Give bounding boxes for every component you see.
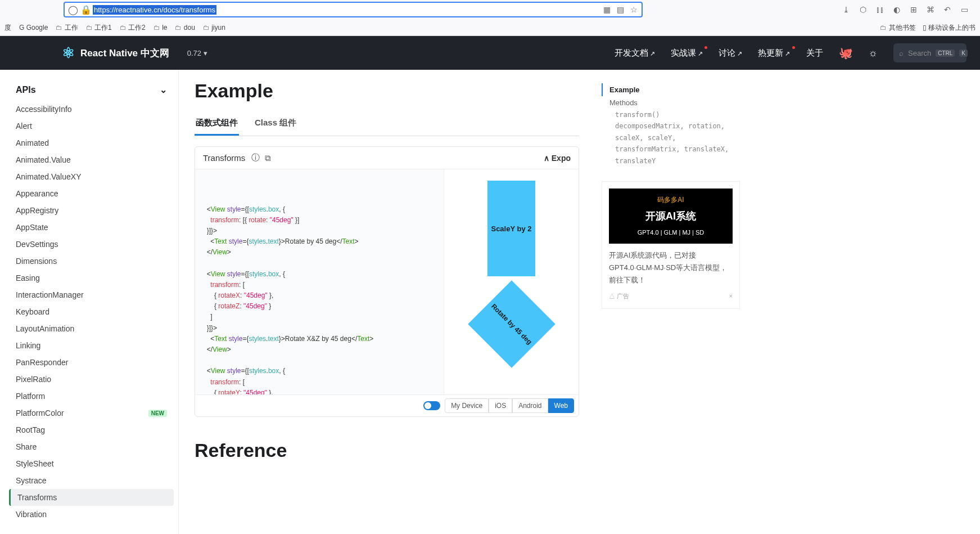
sidebar-item[interactable]: StyleSheet xyxy=(9,455,174,472)
brand-title: React Native 中文网 xyxy=(80,47,169,60)
sidebar-item[interactable]: Appearance xyxy=(9,185,174,202)
sidebar-item[interactable]: Keyboard xyxy=(9,303,174,320)
browser-chrome: ◯ 🔒 https://reactnative.cn/docs/transfor… xyxy=(0,0,980,36)
reader-icon[interactable]: ▤ xyxy=(616,5,625,14)
sidebar-item[interactable]: Animated xyxy=(9,134,174,151)
table-of-contents: ExampleMethodstransform()decomposedMatri… xyxy=(602,83,740,167)
tab-function-component[interactable]: 函数式组件 xyxy=(195,112,239,136)
sidebar-item[interactable]: Systrace xyxy=(9,472,174,489)
toc-item[interactable]: Example xyxy=(602,83,740,96)
expo-badge[interactable]: ∧ Expo xyxy=(544,154,571,163)
preview-toggle[interactable] xyxy=(423,401,440,410)
ad-label: △ 广告 xyxy=(609,291,629,302)
download-icon[interactable]: ⤓ xyxy=(842,5,851,14)
toc-item[interactable]: transform() xyxy=(602,109,740,120)
ext3-icon[interactable]: ⌘ xyxy=(926,5,935,14)
sidebar-item[interactable]: PanResponder xyxy=(9,354,174,371)
panel-footer: My Device iOS Android Web xyxy=(195,394,579,416)
sidebar-item[interactable]: PlatformColorNEW xyxy=(9,405,174,421)
brand[interactable]: ⚛ React Native 中文网 xyxy=(62,44,169,62)
top-nav: ⚛ React Native 中文网 0.72 ▾ 开发文档实战课讨论热更新关于… xyxy=(0,36,980,70)
bookmark-folder[interactable]: 工作 xyxy=(56,23,78,33)
preview-box-rotate: Rotate by 45 deg xyxy=(468,280,556,368)
nav-link[interactable]: 热更新 xyxy=(758,48,790,59)
open-external-icon[interactable]: ⧉ xyxy=(263,153,272,163)
ext4-icon[interactable]: ↶ xyxy=(943,5,952,14)
ad-image: 码多多AI 开源AI系统 GPT4.0 | GLM | MJ | SD xyxy=(609,189,733,244)
sidebar-item[interactable]: Platform xyxy=(9,388,174,405)
section-example-heading: Example xyxy=(195,80,579,102)
sidebar-item[interactable]: Dimensions xyxy=(9,253,174,270)
new-badge: NEW xyxy=(148,410,167,417)
nav-links: 开发文档实战课讨论热更新关于🐙☼⌕SearchCTRLK xyxy=(615,43,967,62)
bookmark-other[interactable]: 其他书签 xyxy=(880,23,915,33)
bookmark-folder[interactable]: le xyxy=(153,24,168,32)
main-content: Example 函数式组件 Class 组件 Transforms ⓘ ⧉ ∧ … xyxy=(179,70,595,534)
sidebar-item[interactable]: Animated.Value xyxy=(9,151,174,168)
section-reference-heading: Reference xyxy=(195,439,579,461)
sidebar-item[interactable]: DevSettings xyxy=(9,236,174,253)
sidebar-item[interactable]: PixelRatio xyxy=(9,371,174,388)
bookmark-item[interactable]: 度 xyxy=(4,23,11,33)
nav-link[interactable]: 关于 xyxy=(806,48,823,59)
tab-class-component[interactable]: Class 组件 xyxy=(254,112,297,136)
library-icon[interactable]: ⫿⫿ xyxy=(875,5,884,14)
lock-icon: 🔒 xyxy=(80,5,89,15)
info-icon[interactable]: ⓘ xyxy=(251,152,260,163)
pocket-icon[interactable]: ⬡ xyxy=(859,5,868,14)
right-column: ExampleMethodstransform()decomposedMatri… xyxy=(595,70,747,534)
bookmark-folder[interactable]: 工作2 xyxy=(120,23,146,33)
qr-icon[interactable]: ▦ xyxy=(602,5,611,14)
preview-box-scaley: ScaleY by 2 xyxy=(487,181,535,276)
tab-my-device[interactable]: My Device xyxy=(445,398,489,413)
panel-title: Transforms xyxy=(203,153,245,163)
react-logo-icon: ⚛ xyxy=(62,44,75,62)
ad-box[interactable]: 码多多AI 开源AI系统 GPT4.0 | GLM | MJ | SD 开源AI… xyxy=(602,181,740,309)
preview-pane: ScaleY by 2 Rotate by 45 deg xyxy=(444,169,579,394)
bookmark-folder[interactable]: dou xyxy=(175,24,195,32)
ad-text: 开源AI系统源代码，已对接GPT4.0·GLM·MJ·SD等大语言模型，前往下载… xyxy=(609,249,733,286)
nav-link[interactable]: 实战课 xyxy=(671,48,703,59)
sidebar-item[interactable]: Animated.ValueXY xyxy=(9,168,174,185)
component-tabs: 函数式组件 Class 组件 xyxy=(195,112,579,136)
sidebar-item[interactable]: Linking xyxy=(9,337,174,354)
sidebar-item[interactable]: RootTag xyxy=(9,421,174,438)
nav-link[interactable]: 讨论 xyxy=(719,48,742,59)
bookmark-item[interactable]: G Google xyxy=(19,24,48,32)
sidebar-item[interactable]: AppRegistry xyxy=(9,202,174,219)
bookmark-folder[interactable]: jiyun xyxy=(203,24,225,32)
sidebar-item[interactable]: LayoutAnimation xyxy=(9,320,174,337)
toc-item[interactable]: decomposedMatrix, rotation, scaleX, scal… xyxy=(602,120,740,167)
nav-link[interactable]: 开发文档 xyxy=(615,48,655,59)
url-bar[interactable]: ◯ 🔒 https://reactnative.cn/docs/transfor… xyxy=(64,2,643,17)
tab-ios[interactable]: iOS xyxy=(489,398,512,413)
search-input[interactable]: ⌕SearchCTRLK xyxy=(893,43,967,62)
tab-web[interactable]: Web xyxy=(548,398,574,413)
ext2-icon[interactable]: ⊞ xyxy=(909,5,918,14)
url-text: https://reactnative.cn/docs/transforms xyxy=(93,5,216,15)
sidebar-item[interactable]: AppState xyxy=(9,219,174,236)
bookmark-mobile[interactable]: ▯ 移动设备上的书 xyxy=(923,23,976,33)
search-icon: ⌕ xyxy=(899,49,904,57)
code-panel: Transforms ⓘ ⧉ ∧ Expo <View style={[styl… xyxy=(195,146,579,417)
sidebar-item[interactable]: Share xyxy=(9,438,174,455)
ext5-icon[interactable]: ▭ xyxy=(960,5,969,14)
code-editor[interactable]: <View style={[styles.box, { transform: [… xyxy=(195,169,444,394)
sidebar-item[interactable]: Vibration xyxy=(9,506,174,523)
version-selector[interactable]: 0.72 ▾ xyxy=(187,49,207,57)
bookmark-folder[interactable]: 工作1 xyxy=(86,23,112,33)
sidebar-item[interactable]: Transforms xyxy=(9,489,174,506)
sidebar-heading[interactable]: APIs ⌄ xyxy=(9,79,174,101)
sidebar-item[interactable]: InteractionManager xyxy=(9,286,174,303)
sidebar-item[interactable]: Easing xyxy=(9,270,174,286)
github-icon[interactable]: 🐙 xyxy=(839,46,853,60)
toc-item[interactable]: Methods xyxy=(602,96,740,109)
sidebar-item[interactable]: AccessibilityInfo xyxy=(9,101,174,118)
bookmark-star-icon[interactable]: ☆ xyxy=(629,5,638,14)
sidebar-item[interactable]: Alert xyxy=(9,118,174,134)
ext1-icon[interactable]: ◐ xyxy=(892,5,901,14)
theme-toggle-icon[interactable]: ☼ xyxy=(869,47,878,59)
ad-close-icon[interactable]: × xyxy=(729,291,733,302)
sidebar[interactable]: APIs ⌄ AccessibilityInfoAlertAnimatedAni… xyxy=(0,70,179,534)
tab-android[interactable]: Android xyxy=(512,398,548,413)
